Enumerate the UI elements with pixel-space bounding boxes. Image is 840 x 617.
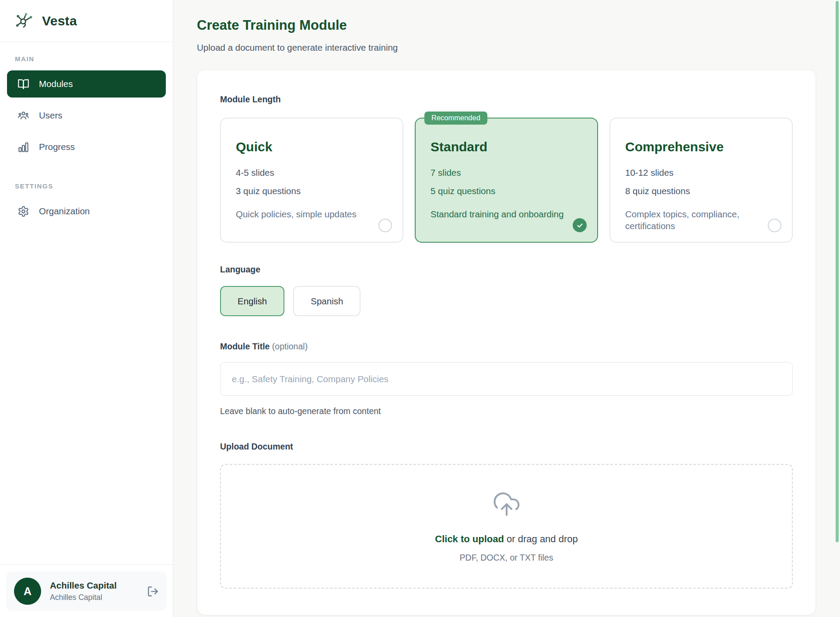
radio-unselected[interactable]	[378, 219, 392, 232]
language-button-english[interactable]: English	[220, 286, 284, 316]
sidebar-footer: A Achilles Capital Achilles Capital	[0, 564, 173, 617]
sidebar-item-label: Modules	[39, 79, 73, 89]
gear-icon	[18, 206, 29, 217]
option-quiz: 8 quiz questions	[625, 186, 777, 196]
sidebar-item-modules[interactable]: Modules	[7, 70, 166, 98]
module-title-block: Module Title (optional) Leave blank to a…	[220, 342, 793, 416]
sidebar-item-label: Organization	[39, 206, 90, 216]
module-title-input[interactable]	[220, 362, 793, 396]
sidebar-item-label: Users	[39, 110, 63, 121]
sidebar-item-label: Progress	[39, 142, 75, 152]
option-card-quick[interactable]: Quick 4-5 slides 3 quiz questions Quick …	[220, 118, 403, 243]
module-length-options: Quick 4-5 slides 3 quiz questions Quick …	[220, 118, 793, 243]
user-card: A Achilles Capital Achilles Capital	[6, 572, 167, 611]
upload-hint: PDF, DOCX, or TXT files	[460, 553, 553, 563]
brand-header: Vesta	[0, 0, 173, 42]
avatar: A	[14, 578, 41, 605]
upload-label: Upload Document	[220, 442, 793, 452]
sidebar: Vesta MAIN Modules	[0, 0, 173, 617]
radio-unselected[interactable]	[768, 219, 781, 232]
option-quiz: 3 quiz questions	[236, 186, 388, 196]
sidebar-item-users[interactable]: Users	[7, 102, 166, 129]
option-slides: 7 slides	[430, 167, 582, 178]
upload-cta-strong: Click to upload	[435, 533, 504, 544]
page-scrollbar-thumb[interactable]	[836, 1, 839, 542]
language-buttons: English Spanish	[220, 286, 793, 316]
logout-icon	[147, 586, 159, 597]
users-icon	[18, 110, 29, 122]
option-slides: 4-5 slides	[236, 167, 388, 178]
module-title-helper: Leave blank to auto-generate from conten…	[220, 406, 793, 416]
module-title-label-text: Module Title	[220, 342, 270, 351]
option-card-comprehensive[interactable]: Comprehensive 10-12 slides 8 quiz questi…	[609, 118, 793, 243]
option-title: Standard	[430, 139, 582, 154]
main-content: Create Training Module Upload a document…	[173, 0, 840, 617]
brand-name: Vesta	[42, 14, 77, 28]
user-org: Achilles Capital	[50, 593, 117, 602]
recommended-badge: Recommended	[424, 112, 487, 125]
option-slides: 10-12 slides	[625, 167, 777, 178]
check-icon	[576, 222, 584, 229]
nav-section-label: SETTINGS	[15, 182, 158, 190]
module-length-label: Module Length	[220, 94, 793, 105]
option-desc: Complex topics, compliance, certificatio…	[625, 209, 777, 232]
optional-note: (optional)	[272, 342, 308, 351]
user-info: Achilles Capital Achilles Capital	[50, 580, 117, 602]
sidebar-item-progress[interactable]: Progress	[7, 133, 166, 160]
nav-section-settings: SETTINGS Organization	[7, 182, 166, 225]
page-title: Create Training Module	[197, 17, 816, 33]
option-title: Quick	[236, 139, 388, 154]
option-quiz: 5 quiz questions	[430, 186, 582, 196]
page-subtitle: Upload a document to generate interactiv…	[197, 42, 816, 53]
create-module-form: Module Length Quick 4-5 slides 3 quiz qu…	[197, 70, 816, 615]
sidebar-item-organization[interactable]: Organization	[7, 198, 166, 225]
option-title: Comprehensive	[625, 139, 777, 154]
option-desc: Quick policies, simple updates	[236, 209, 388, 220]
user-name: Achilles Capital	[50, 580, 117, 591]
upload-cta-rest: or drag and drop	[504, 533, 578, 544]
sidebar-nav: MAIN Modules Users	[0, 42, 173, 229]
logout-button[interactable]	[147, 586, 159, 597]
module-title-label: Module Title (optional)	[220, 342, 793, 352]
nav-section-label: MAIN	[15, 55, 158, 63]
nav-section-main: MAIN Modules Users	[7, 55, 166, 160]
vesta-logo-icon	[13, 10, 35, 32]
upload-block: Upload Document Click to upload or drag …	[220, 442, 793, 589]
option-desc: Standard training and onboarding	[430, 209, 582, 220]
book-open-icon	[18, 78, 29, 90]
cloud-upload-icon	[492, 490, 521, 519]
language-block: Language English Spanish	[220, 265, 793, 316]
upload-cta: Click to upload or drag and drop	[435, 533, 578, 545]
radio-selected[interactable]	[573, 218, 587, 232]
upload-dropzone[interactable]: Click to upload or drag and drop PDF, DO…	[220, 464, 793, 589]
bar-chart-icon	[18, 141, 29, 153]
language-label: Language	[220, 265, 793, 275]
option-card-standard[interactable]: Recommended Standard 7 slides 5 quiz que…	[415, 118, 598, 243]
language-button-spanish[interactable]: Spanish	[293, 286, 360, 316]
